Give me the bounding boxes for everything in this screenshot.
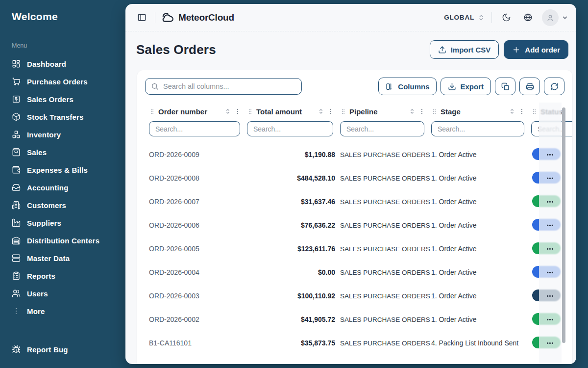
cell-total-amount: $0.00 [247, 268, 340, 276]
drag-handle-icon[interactable] [431, 108, 438, 115]
cell-order-number: ORD-2026-0006 [149, 221, 247, 229]
theme-toggle-button[interactable] [499, 10, 514, 25]
sidebar-item-reports[interactable]: Reports [12, 267, 116, 285]
column-menu-icon[interactable] [327, 108, 334, 115]
row-actions-button[interactable]: ••• [539, 166, 562, 190]
filter-cell-total-amount [247, 121, 340, 136]
users-icon [12, 289, 21, 298]
column-menu-icon[interactable] [518, 108, 525, 115]
drag-handle-icon[interactable] [247, 108, 253, 115]
sidebar-item-expenses-bills[interactable]: Expenses & Bills [12, 161, 116, 179]
sidebar-item-label: Customers [27, 201, 66, 210]
sidebar-item-inventory[interactable]: Inventory [12, 126, 116, 143]
refresh-button[interactable] [544, 78, 564, 95]
sort-icon[interactable] [409, 108, 416, 115]
table-row[interactable]: B1-CA116101 $35,873.75 SALES PURCHASE OR… [137, 331, 572, 355]
filter-input-pipeline[interactable] [340, 121, 424, 136]
table-row[interactable]: ORD-2026-0009 $1,190.88 SALES PURCHASE O… [137, 143, 572, 166]
moon-icon [502, 13, 511, 22]
sidebar-item-distribution-centers[interactable]: Distribution Centers [12, 232, 116, 249]
cell-stage: 1. Order Active [431, 315, 531, 323]
ellipsis-icon: ••• [547, 152, 554, 158]
filter-input-stage[interactable] [431, 121, 524, 136]
more-icon [12, 307, 21, 315]
language-button[interactable] [520, 10, 535, 25]
sidebar-item-users[interactable]: Users [12, 285, 116, 302]
chevrons-up-down-icon [478, 14, 485, 21]
table-header-row: Order numberTotal amountPipelineStageSta… [137, 103, 572, 120]
row-actions-button[interactable]: ••• [539, 143, 562, 166]
column-header-stage: Stage [431, 107, 531, 116]
table-row[interactable]: ORD-2026-0006 $76,636.22 SALES PURCHASE … [137, 213, 572, 237]
add-order-button[interactable]: Add order [504, 40, 568, 59]
table-row[interactable]: ORD-2026-0008 $484,528.10 SALES PURCHASE… [137, 166, 572, 190]
sidebar-item-label: Sales Orders [27, 95, 74, 104]
cell-pipeline: SALES PURCHASE ORDERS [340, 222, 431, 229]
sort-icon[interactable] [509, 108, 515, 115]
row-actions-button[interactable]: ••• [539, 237, 562, 261]
filter-input-order-number[interactable] [149, 121, 240, 136]
customers-icon [12, 201, 21, 210]
sort-icon[interactable] [224, 108, 231, 115]
filter-input-total-amount[interactable] [247, 121, 333, 136]
cell-order-number: ORD-2026-0003 [149, 292, 247, 300]
sidebar-item-purchase-orders[interactable]: Purchase Orders [12, 73, 116, 90]
sidebar-item-more[interactable]: More [12, 302, 116, 320]
row-actions-button[interactable]: ••• [539, 213, 562, 237]
cell-pipeline: SALES PURCHASE ORDERS [340, 316, 431, 323]
cell-total-amount: $1,190.88 [247, 151, 340, 158]
topbar-divider [491, 12, 492, 23]
column-menu-icon[interactable] [418, 108, 425, 115]
reports-icon [12, 271, 21, 280]
sidebar-item-dashboard[interactable]: Dashboard [12, 55, 116, 73]
table-scrollbar[interactable] [562, 107, 565, 343]
cell-order-number: ORD-2026-0002 [149, 315, 247, 323]
ellipsis-icon: ••• [547, 340, 554, 346]
table-row[interactable]: ORD-2026-0004 $0.00 SALES PURCHASE ORDER… [137, 261, 572, 284]
search-all-columns-input[interactable] [145, 78, 302, 95]
column-menu-icon[interactable] [234, 108, 241, 115]
sidebar-item-accounting[interactable]: Accounting [12, 179, 116, 196]
pinned-actions-column: ••••••••••••••••••••••••••• [539, 103, 562, 363]
row-actions-list: ••••••••••••••••••••••••••• [539, 143, 562, 355]
table-toolbar: Columns Export [137, 70, 572, 103]
sidebar-item-stock-transfers[interactable]: Stock Transfers [12, 108, 116, 126]
table-row[interactable]: ORD-2026-0007 $31,637.46 SALES PURCHASE … [137, 190, 572, 213]
drag-handle-icon[interactable] [531, 108, 538, 115]
sidebar-item-suppliers[interactable]: Suppliers [12, 214, 116, 232]
export-button[interactable]: Export [441, 78, 491, 95]
sort-icon[interactable] [318, 108, 324, 115]
user-menu[interactable] [542, 9, 568, 26]
table-row[interactable]: ORD-2026-0005 $123,611.76 SALES PURCHASE… [137, 237, 572, 261]
print-button[interactable] [519, 78, 540, 95]
table-row[interactable]: ORD-2026-0003 $100,110.92 SALES PURCHASE… [137, 284, 572, 308]
copy-button[interactable] [495, 78, 515, 95]
import-csv-button[interactable]: Import CSV [430, 40, 499, 59]
columns-button[interactable]: Columns [378, 78, 437, 95]
row-actions-button[interactable]: ••• [539, 261, 562, 284]
topbar-right: GLOBAL [444, 9, 568, 26]
row-actions-button[interactable]: ••• [539, 284, 562, 308]
sidebar-item-sales[interactable]: Sales [12, 143, 116, 161]
app-root: { "sidebar": { "title": "Welcome", "sect… [0, 0, 588, 368]
table-row[interactable]: ORD-2026-0002 $41,905.72 SALES PURCHASE … [137, 308, 572, 331]
sidebar-item-label: Report Bug [27, 345, 68, 354]
row-actions-button[interactable]: ••• [539, 308, 562, 331]
region-selector[interactable]: GLOBAL [444, 14, 485, 21]
sidebar-item-master-data[interactable]: Master Data [12, 249, 116, 267]
printer-icon [526, 82, 534, 91]
drag-handle-icon[interactable] [340, 108, 346, 115]
ellipsis-icon: ••• [547, 246, 554, 252]
cell-order-number: ORD-2026-0008 [149, 174, 247, 182]
sidebar-item-report-bug[interactable]: Report Bug [12, 341, 116, 358]
sidebar-item-customers[interactable]: Customers [12, 196, 116, 214]
sidebar-toggle-button[interactable] [134, 10, 149, 25]
sidebar-item-sales-orders[interactable]: Sales Orders [12, 90, 116, 108]
drag-handle-icon[interactable] [149, 108, 155, 115]
table-filter-row [137, 120, 572, 143]
suppliers-icon [12, 218, 21, 227]
row-actions-button[interactable]: ••• [539, 190, 562, 213]
distribution-centers-icon [12, 236, 21, 245]
sidebar-nav: DashboardPurchase OrdersSales OrdersStoc… [12, 55, 116, 320]
row-actions-button[interactable]: ••• [539, 331, 562, 355]
